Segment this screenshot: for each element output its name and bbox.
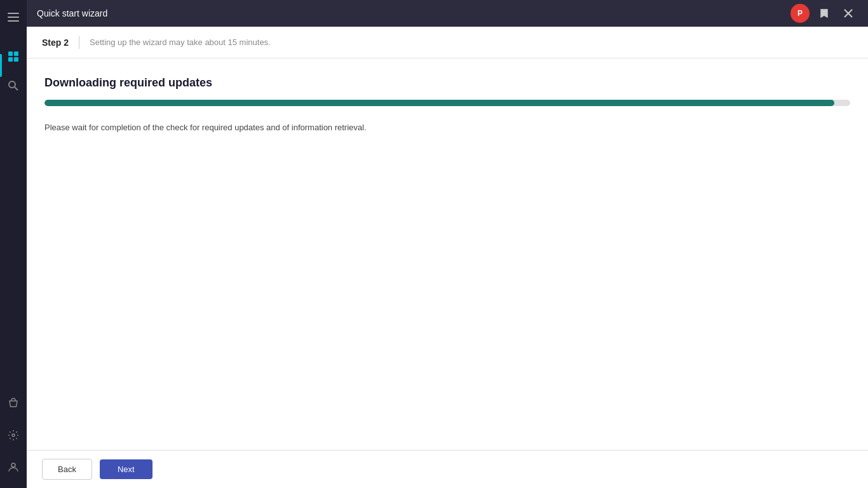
svg-rect-4 <box>14 51 18 56</box>
titlebar-actions: P <box>790 4 858 23</box>
step-header-divider <box>79 36 79 49</box>
sidebar-bottom <box>0 388 27 480</box>
wizard-container: Step 2 Setting up the wizard may take ab… <box>27 27 868 488</box>
bookmark-button[interactable] <box>815 4 834 23</box>
svg-point-10 <box>11 463 15 467</box>
progress-bar-track <box>44 100 850 106</box>
menu-icon[interactable] <box>0 4 27 30</box>
close-button[interactable] <box>839 4 858 23</box>
sidebar-item-search[interactable] <box>0 72 27 99</box>
svg-line-8 <box>15 87 18 90</box>
svg-point-7 <box>9 81 15 88</box>
svg-rect-6 <box>14 57 18 62</box>
section-title: Downloading required updates <box>44 76 850 90</box>
wizard-spacer <box>44 135 850 437</box>
back-button[interactable]: Back <box>42 459 92 480</box>
step-label: Step 2 <box>42 37 69 48</box>
wizard-content: Downloading required updates Please wait… <box>27 58 868 450</box>
active-indicator <box>0 54 2 77</box>
wizard-footer: Back Next <box>27 450 868 488</box>
next-button[interactable]: Next <box>100 459 153 479</box>
progress-bar-fill <box>44 100 834 106</box>
main-area: Quick start wizard P Step 2 Setting up t… <box>27 0 868 488</box>
titlebar: Quick start wizard P <box>27 0 868 27</box>
avatar-button[interactable]: P <box>790 4 810 23</box>
svg-point-9 <box>12 434 15 437</box>
sidebar-item-dashboard[interactable] <box>0 43 27 70</box>
svg-rect-2 <box>8 20 19 22</box>
step-header: Step 2 Setting up the wizard may take ab… <box>27 27 868 58</box>
svg-rect-5 <box>8 57 13 62</box>
step-description: Setting up the wizard may take about 15 … <box>90 37 271 47</box>
info-text: Please wait for completion of the check … <box>44 121 850 135</box>
sidebar-item-bag[interactable] <box>0 390 27 417</box>
svg-rect-3 <box>8 51 13 56</box>
svg-rect-1 <box>8 17 19 18</box>
svg-rect-0 <box>8 13 19 14</box>
titlebar-title: Quick start wizard <box>37 8 790 18</box>
sidebar-item-user[interactable] <box>0 454 27 480</box>
sidebar <box>0 0 27 488</box>
sidebar-item-settings[interactable] <box>0 422 27 449</box>
